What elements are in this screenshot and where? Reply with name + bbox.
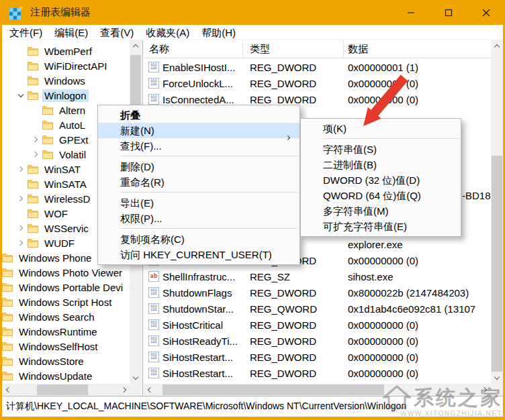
submenu-item[interactable]: 项(K) <box>301 121 461 136</box>
tree-item[interactable]: Windows <box>2 73 130 88</box>
scroll-right-icon[interactable] <box>119 384 130 396</box>
column-header-data[interactable]: 数据 <box>344 40 491 58</box>
menubar-item-0[interactable]: 文件(F) <box>3 25 48 40</box>
menu-item-label: 导出(E) <box>120 197 154 209</box>
tree-item[interactable]: Windows Script Host <box>2 295 130 309</box>
tree-item[interactable]: Windows Portable Devi <box>2 280 130 295</box>
folder-icon <box>2 297 13 307</box>
binary-value-icon: 011110 <box>148 335 159 346</box>
tree-item[interactable]: Windows Photo Viewer <box>2 265 130 280</box>
tree-hscroll-thumb[interactable] <box>37 384 88 395</box>
scroll-up-icon[interactable] <box>491 40 503 52</box>
maximize-button[interactable] <box>430 0 467 25</box>
minimize-button[interactable] <box>392 0 430 25</box>
folder-icon <box>28 209 38 218</box>
menubar-item-4[interactable]: 帮助(H) <box>195 25 242 40</box>
submenu-item[interactable]: 二进制值(B) <box>301 157 461 172</box>
table-row[interactable]: 011110SiHostRestart...REG_DWORD0x0000000… <box>144 349 491 365</box>
folder-icon <box>28 46 38 56</box>
folder-icon <box>28 194 38 203</box>
table-row[interactable]: 011110SiHostCriticalREG_DWORD0x00000000 … <box>144 317 491 333</box>
context-menu-item[interactable]: 权限(P)... <box>98 211 300 226</box>
context-menu-item[interactable]: 复制项名称(C) <box>98 231 300 247</box>
table-row[interactable]: 011110ShutdownFlagsREG_DWORD0x8000022b (… <box>144 284 491 301</box>
tree-item[interactable]: WindowsSelfHost <box>2 339 130 354</box>
tree-item-label: WbemPerf <box>42 45 94 58</box>
context-menu-item[interactable]: 删除(D) <box>98 159 300 174</box>
chevron-right-icon[interactable] <box>15 223 26 233</box>
chevron-slot <box>30 105 41 115</box>
context-menu-item[interactable]: 折叠 <box>98 107 300 123</box>
value-type-cell: REG_DWORD <box>243 319 344 331</box>
scroll-left-icon[interactable] <box>2 384 13 396</box>
menu-item-label: 新建(N) <box>120 125 154 136</box>
chevron-down-icon[interactable] <box>15 90 26 101</box>
table-row[interactable]: 011110ShutdownStar...REG_QWORD0x1d1ab4c6… <box>144 301 491 317</box>
close-button[interactable] <box>467 0 505 25</box>
table-row[interactable]: abShellInfrastruc...REG_SZsihost.exe <box>144 268 491 284</box>
submenu-item[interactable]: 字符串值(S) <box>301 142 461 157</box>
list-vscroll-thumb[interactable] <box>492 156 502 372</box>
context-menu-item[interactable]: 新建(N) <box>98 123 300 138</box>
tree-item-label: WindowsUpdate <box>17 370 94 382</box>
tree-item[interactable]: WindowsUpdate <box>2 368 130 383</box>
menubar-item-2[interactable]: 查看(V) <box>94 25 140 40</box>
chevron-right-icon[interactable] <box>15 193 26 204</box>
context-menu-item[interactable]: 导出(E) <box>98 195 300 211</box>
menubar-item-1[interactable]: 编辑(E) <box>48 25 94 40</box>
submenu-item[interactable]: 多字符串值(M) <box>301 203 461 219</box>
submenu-item[interactable]: 可扩充字符串值(E) <box>301 219 461 234</box>
value-type-cell: REG_DWORD <box>243 62 344 73</box>
tree-item-label: Volatil <box>57 148 88 161</box>
tree-item-label: AutoL <box>57 119 87 132</box>
tree-item-label: WinSAT <box>42 163 83 176</box>
tree-item-label: Altern <box>57 104 87 117</box>
chevron-slot <box>15 60 26 71</box>
table-row[interactable]: 011110SiHostReadyTi...REG_DWORD0x0000000… <box>144 333 491 349</box>
value-name-cell: 011110ShutdownStar... <box>144 303 243 315</box>
table-row[interactable]: 011110EnableSIHostI...REG_DWORD0x0000000… <box>144 59 491 75</box>
tree-item[interactable]: WindowsStore <box>2 354 130 368</box>
registry-editor-window: 注册表编辑器 文件(F)编辑(E)查看(V)收藏夹(A)帮助(H) WbemPe… <box>0 0 505 420</box>
menu-item-label: 项(K) <box>323 123 347 134</box>
tree-item[interactable]: Winlogon <box>2 88 130 103</box>
tree-item-label: WinSATA <box>42 178 89 191</box>
context-menu-item[interactable]: 查找(F)... <box>98 138 300 154</box>
chevron-right-icon[interactable] <box>30 149 41 160</box>
menu-item-label: 删除(D) <box>120 161 154 172</box>
submenu-item[interactable]: QWORD (64 位)值(Q) <box>301 188 461 203</box>
tree-item[interactable]: WiFiDirectAPI <box>2 58 130 73</box>
tree-item-label: Windows Phone <box>17 252 93 264</box>
list-horizontal-scrollbar[interactable] <box>144 384 491 396</box>
value-type-cell: REG_DWORD <box>243 352 344 363</box>
string-value-icon: ab <box>148 271 159 282</box>
menu-item-label: 二进制值(B) <box>323 159 377 170</box>
tree-item[interactable]: WbemPerf <box>2 44 130 58</box>
context-menu-item[interactable]: 重命名(R) <box>98 174 300 190</box>
list-vertical-scrollbar[interactable] <box>491 40 503 384</box>
context-menu-item[interactable]: 访问 HKEY_CURRENT_USER(T) <box>98 247 300 262</box>
table-row[interactable]: 011110SiHostRestart...REG_DWORD0x0000000… <box>144 365 491 381</box>
scroll-right-icon[interactable] <box>479 384 491 396</box>
column-header-type[interactable]: 类型 <box>243 40 344 58</box>
value-data-cell: 0x00000000 (0) <box>344 255 491 266</box>
menubar-item-3[interactable]: 收藏夹(A) <box>140 25 195 40</box>
scroll-down-icon[interactable] <box>491 372 503 384</box>
submenu-item[interactable]: DWORD (32 位)值(D) <box>301 172 461 188</box>
tree-item[interactable]: Windows Search <box>2 309 130 324</box>
column-header-name[interactable]: 名称 <box>144 40 243 58</box>
tree-item-label: WiFiDirectAPI <box>42 60 109 72</box>
tree-item[interactable]: WindowsRuntime <box>2 324 130 339</box>
scroll-down-icon[interactable] <box>130 372 142 384</box>
scroll-left-icon[interactable] <box>144 384 155 396</box>
tree-vscroll-thumb[interactable] <box>130 55 141 107</box>
table-row[interactable]: 011110ForceUnlockL...REG_DWORD0x00000000… <box>144 75 491 91</box>
list-hscroll-thumb[interactable] <box>163 384 384 395</box>
tree-horizontal-scrollbar[interactable] <box>2 384 130 396</box>
chevron-right-icon[interactable] <box>30 134 41 145</box>
tree-item-label: GPExt <box>57 134 90 146</box>
chevron-right-icon[interactable] <box>15 238 26 248</box>
chevron-right-icon[interactable] <box>15 164 26 174</box>
scroll-up-icon[interactable] <box>130 40 142 52</box>
value-name: ShellInfrastruc... <box>163 271 235 282</box>
